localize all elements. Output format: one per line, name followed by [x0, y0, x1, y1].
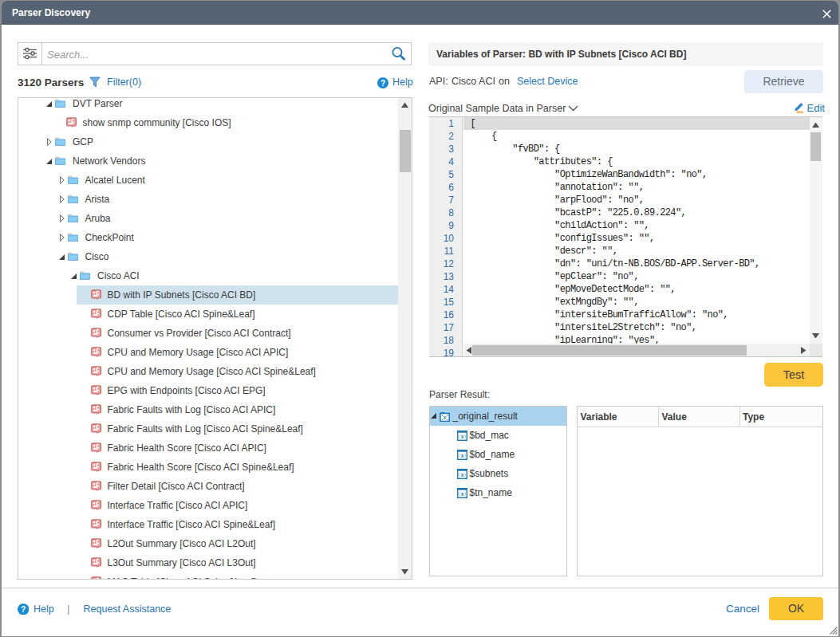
- svg-text:x: x: [442, 413, 447, 421]
- svg-text:x: x: [459, 451, 464, 459]
- svg-text:x: x: [459, 432, 464, 440]
- svg-text:x: x: [459, 490, 464, 497]
- svg-text:?: ?: [381, 78, 385, 87]
- svg-text:x: x: [459, 470, 464, 478]
- svg-text:?: ?: [21, 605, 26, 614]
